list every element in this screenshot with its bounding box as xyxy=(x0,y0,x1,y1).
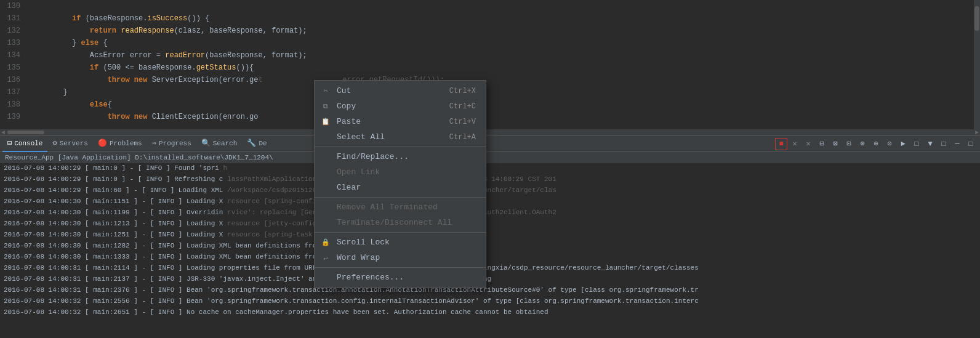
menu-separator-1 xyxy=(315,147,486,147)
menu-separator-3 xyxy=(315,232,486,233)
menu-item-preferences[interactable]: Preferences... xyxy=(315,270,486,285)
menu-item-terminate-disconnect: Terminate/Disconnect All xyxy=(315,215,486,230)
word-wrap-icon: ↵ xyxy=(321,254,331,262)
menu-item-paste[interactable]: 📋 Paste Ctrl+V xyxy=(315,114,486,129)
menu-item-select-all[interactable]: Select All Ctrl+A xyxy=(315,129,486,145)
menu-separator-4 xyxy=(315,267,486,268)
menu-item-open-link: Open Link xyxy=(315,164,486,180)
paste-icon: 📋 xyxy=(321,118,331,126)
cut-icon: ✂ xyxy=(321,87,331,95)
context-menu-overlay[interactable]: ✂ Cut Ctrl+X ⧉ Copy Ctrl+C 📋 Paste Ctrl+… xyxy=(0,0,980,338)
menu-item-scroll-lock[interactable]: 🔒 Scroll Lock xyxy=(315,235,486,250)
menu-item-word-wrap[interactable]: ↵ Word Wrap xyxy=(315,250,486,265)
context-menu: ✂ Cut Ctrl+X ⧉ Copy Ctrl+C 📋 Paste Ctrl+… xyxy=(314,80,486,288)
menu-separator-2 xyxy=(315,197,486,198)
menu-item-cut[interactable]: ✂ Cut Ctrl+X xyxy=(315,83,486,99)
menu-item-remove-terminated: Remove All Terminated xyxy=(315,199,486,215)
copy-icon: ⧉ xyxy=(321,103,331,110)
menu-item-clear[interactable]: Clear xyxy=(315,180,486,195)
menu-item-find-replace[interactable]: Find/Replace... xyxy=(315,149,486,164)
menu-item-copy[interactable]: ⧉ Copy Ctrl+C xyxy=(315,99,486,114)
scroll-lock-icon: 🔒 xyxy=(321,238,331,246)
